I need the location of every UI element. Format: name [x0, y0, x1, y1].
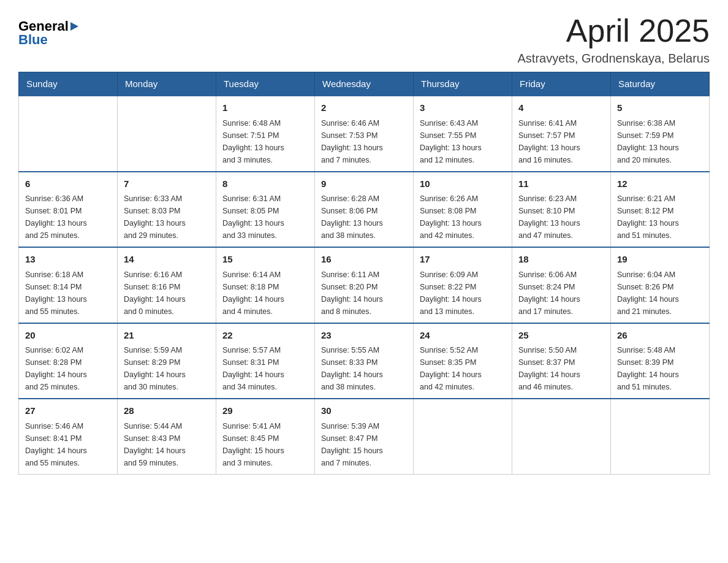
day-info: Sunrise: 6:43 AM Sunset: 7:55 PM Dayligh… — [420, 117, 506, 166]
day-info: Sunrise: 6:33 AM Sunset: 8:03 PM Dayligh… — [124, 193, 210, 242]
title-block: April 2025 Astravyets, Grodnenskaya, Bel… — [518, 12, 710, 66]
calendar-cell: 30Sunrise: 5:39 AM Sunset: 8:47 PM Dayli… — [315, 399, 414, 474]
day-info: Sunrise: 6:38 AM Sunset: 7:59 PM Dayligh… — [617, 117, 703, 166]
day-number: 6 — [25, 177, 111, 191]
day-number: 24 — [420, 329, 506, 343]
day-number: 1 — [222, 101, 308, 115]
day-number: 7 — [124, 177, 210, 191]
day-info: Sunrise: 6:36 AM Sunset: 8:01 PM Dayligh… — [25, 193, 111, 242]
day-info: Sunrise: 6:09 AM Sunset: 8:22 PM Dayligh… — [420, 269, 506, 318]
day-info: Sunrise: 6:04 AM Sunset: 8:26 PM Dayligh… — [617, 269, 703, 318]
calendar-cell: 20Sunrise: 6:02 AM Sunset: 8:28 PM Dayli… — [19, 323, 118, 399]
calendar-table: SundayMondayTuesdayWednesdayThursdayFrid… — [18, 72, 710, 475]
logo: General Blue — [18, 18, 78, 48]
day-info: Sunrise: 6:26 AM Sunset: 8:08 PM Dayligh… — [420, 193, 506, 242]
day-info: Sunrise: 6:48 AM Sunset: 7:51 PM Dayligh… — [222, 117, 308, 166]
calendar-cell: 5Sunrise: 6:38 AM Sunset: 7:59 PM Daylig… — [611, 96, 710, 172]
day-info: Sunrise: 5:52 AM Sunset: 8:35 PM Dayligh… — [420, 344, 506, 393]
calendar-cell: 3Sunrise: 6:43 AM Sunset: 7:55 PM Daylig… — [414, 96, 512, 172]
day-info: Sunrise: 5:41 AM Sunset: 8:45 PM Dayligh… — [222, 420, 308, 469]
day-number: 18 — [518, 253, 604, 267]
day-number: 11 — [518, 177, 604, 191]
day-info: Sunrise: 6:23 AM Sunset: 8:10 PM Dayligh… — [518, 193, 604, 242]
calendar-week-row: 27Sunrise: 5:46 AM Sunset: 8:41 PM Dayli… — [19, 399, 710, 474]
calendar-cell: 10Sunrise: 6:26 AM Sunset: 8:08 PM Dayli… — [414, 172, 512, 248]
day-number: 17 — [420, 253, 506, 267]
calendar-cell: 12Sunrise: 6:21 AM Sunset: 8:12 PM Dayli… — [611, 172, 710, 248]
calendar-cell: 17Sunrise: 6:09 AM Sunset: 8:22 PM Dayli… — [414, 247, 512, 323]
day-number: 21 — [124, 329, 210, 343]
calendar-header-thursday: Thursday — [414, 72, 512, 96]
page-header: General Blue April 2025 Astravyets, Grod… — [18, 12, 710, 66]
calendar-week-row: 20Sunrise: 6:02 AM Sunset: 8:28 PM Dayli… — [19, 323, 710, 399]
day-info: Sunrise: 6:46 AM Sunset: 7:53 PM Dayligh… — [321, 117, 407, 166]
day-number: 23 — [321, 329, 407, 343]
calendar-week-row: 13Sunrise: 6:18 AM Sunset: 8:14 PM Dayli… — [19, 247, 710, 323]
calendar-header-wednesday: Wednesday — [315, 72, 414, 96]
day-info: Sunrise: 6:02 AM Sunset: 8:28 PM Dayligh… — [25, 344, 111, 393]
day-number: 12 — [617, 177, 703, 191]
calendar-cell: 2Sunrise: 6:46 AM Sunset: 7:53 PM Daylig… — [315, 96, 414, 172]
calendar-header-monday: Monday — [118, 72, 216, 96]
day-number: 14 — [124, 253, 210, 267]
day-info: Sunrise: 6:28 AM Sunset: 8:06 PM Dayligh… — [321, 193, 407, 242]
day-number: 16 — [321, 253, 407, 267]
calendar-cell: 18Sunrise: 6:06 AM Sunset: 8:24 PM Dayli… — [512, 247, 611, 323]
day-number: 3 — [420, 101, 506, 115]
calendar-week-row: 6Sunrise: 6:36 AM Sunset: 8:01 PM Daylig… — [19, 172, 710, 248]
day-number: 19 — [617, 253, 703, 267]
day-info: Sunrise: 6:16 AM Sunset: 8:16 PM Dayligh… — [124, 269, 210, 318]
day-number: 30 — [321, 404, 407, 418]
day-number: 25 — [518, 329, 604, 343]
day-number: 13 — [25, 253, 111, 267]
day-number: 2 — [321, 101, 407, 115]
calendar-header-tuesday: Tuesday — [216, 72, 315, 96]
day-info: Sunrise: 5:46 AM Sunset: 8:41 PM Dayligh… — [25, 420, 111, 469]
calendar-cell: 9Sunrise: 6:28 AM Sunset: 8:06 PM Daylig… — [315, 172, 414, 248]
calendar-header-saturday: Saturday — [611, 72, 710, 96]
day-number: 27 — [25, 404, 111, 418]
calendar-cell: 15Sunrise: 6:14 AM Sunset: 8:18 PM Dayli… — [216, 247, 315, 323]
day-info: Sunrise: 5:44 AM Sunset: 8:43 PM Dayligh… — [124, 420, 210, 469]
calendar-cell — [512, 399, 611, 474]
calendar-cell: 6Sunrise: 6:36 AM Sunset: 8:01 PM Daylig… — [19, 172, 118, 248]
calendar-week-row: 1Sunrise: 6:48 AM Sunset: 7:51 PM Daylig… — [19, 96, 710, 172]
calendar-header-row: SundayMondayTuesdayWednesdayThursdayFrid… — [19, 72, 710, 96]
calendar-cell: 25Sunrise: 5:50 AM Sunset: 8:37 PM Dayli… — [512, 323, 611, 399]
calendar-cell: 1Sunrise: 6:48 AM Sunset: 7:51 PM Daylig… — [216, 96, 315, 172]
calendar-cell: 8Sunrise: 6:31 AM Sunset: 8:05 PM Daylig… — [216, 172, 315, 248]
calendar-cell — [19, 96, 118, 172]
calendar-cell: 13Sunrise: 6:18 AM Sunset: 8:14 PM Dayli… — [19, 247, 118, 323]
day-number: 29 — [222, 404, 308, 418]
day-number: 15 — [222, 253, 308, 267]
day-info: Sunrise: 6:11 AM Sunset: 8:20 PM Dayligh… — [321, 269, 407, 318]
day-number: 22 — [222, 329, 308, 343]
calendar-cell: 4Sunrise: 6:41 AM Sunset: 7:57 PM Daylig… — [512, 96, 611, 172]
page-title: April 2025 — [518, 12, 710, 49]
day-number: 20 — [25, 329, 111, 343]
calendar-cell: 23Sunrise: 5:55 AM Sunset: 8:33 PM Dayli… — [315, 323, 414, 399]
calendar-header-sunday: Sunday — [19, 72, 118, 96]
day-info: Sunrise: 6:31 AM Sunset: 8:05 PM Dayligh… — [222, 193, 308, 242]
day-info: Sunrise: 6:06 AM Sunset: 8:24 PM Dayligh… — [518, 269, 604, 318]
calendar-cell — [414, 399, 512, 474]
day-number: 28 — [124, 404, 210, 418]
page-subtitle: Astravyets, Grodnenskaya, Belarus — [518, 52, 710, 66]
day-info: Sunrise: 6:18 AM Sunset: 8:14 PM Dayligh… — [25, 269, 111, 318]
logo-text-blue: Blue — [18, 32, 48, 48]
day-info: Sunrise: 6:21 AM Sunset: 8:12 PM Dayligh… — [617, 193, 703, 242]
calendar-header-friday: Friday — [512, 72, 611, 96]
calendar-cell: 21Sunrise: 5:59 AM Sunset: 8:29 PM Dayli… — [118, 323, 216, 399]
calendar-cell — [118, 96, 216, 172]
day-number: 8 — [222, 177, 308, 191]
calendar-cell: 22Sunrise: 5:57 AM Sunset: 8:31 PM Dayli… — [216, 323, 315, 399]
calendar-cell: 29Sunrise: 5:41 AM Sunset: 8:45 PM Dayli… — [216, 399, 315, 474]
calendar-cell: 7Sunrise: 6:33 AM Sunset: 8:03 PM Daylig… — [118, 172, 216, 248]
day-number: 26 — [617, 329, 703, 343]
calendar-cell: 11Sunrise: 6:23 AM Sunset: 8:10 PM Dayli… — [512, 172, 611, 248]
calendar-cell: 16Sunrise: 6:11 AM Sunset: 8:20 PM Dayli… — [315, 247, 414, 323]
day-info: Sunrise: 5:48 AM Sunset: 8:39 PM Dayligh… — [617, 344, 703, 393]
day-info: Sunrise: 5:39 AM Sunset: 8:47 PM Dayligh… — [321, 420, 407, 469]
day-number: 10 — [420, 177, 506, 191]
calendar-cell: 28Sunrise: 5:44 AM Sunset: 8:43 PM Dayli… — [118, 399, 216, 474]
